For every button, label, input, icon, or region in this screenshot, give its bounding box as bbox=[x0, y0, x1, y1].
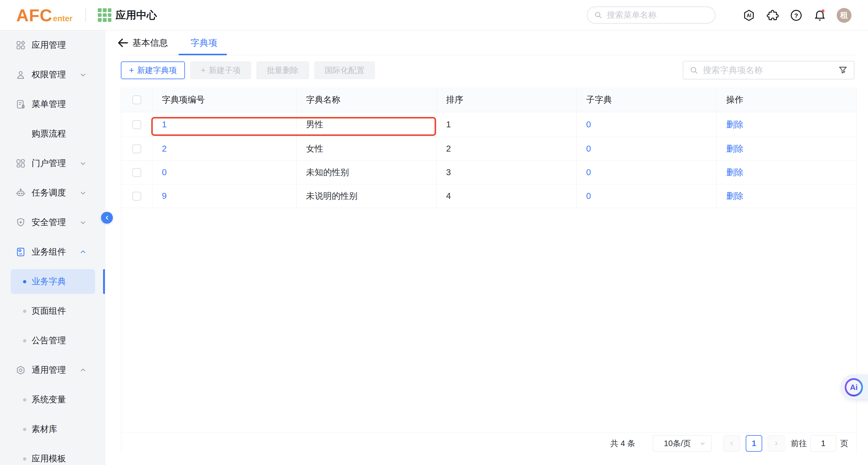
tabs-row: 基本信息 字典项 bbox=[105, 31, 868, 55]
dictionary-name: 未知的性别 bbox=[297, 161, 437, 184]
top-icon-group: AI ? 租 bbox=[742, 0, 851, 30]
active-item-indicator-bar bbox=[103, 269, 105, 294]
brand-logo[interactable]: AFC enter bbox=[16, 5, 72, 25]
active-tab-underline bbox=[179, 54, 227, 55]
sidebar-item-business-dictionary[interactable]: 业务字典 bbox=[0, 267, 105, 296]
sidebar-item-page-components[interactable]: 页面组件 bbox=[0, 296, 105, 326]
goto-page-input[interactable] bbox=[810, 435, 836, 452]
search-icon bbox=[594, 11, 603, 20]
user-icon bbox=[16, 69, 26, 80]
table-row: 9 未说明的性别 4 0 删除 bbox=[121, 184, 857, 208]
row-checkbox[interactable] bbox=[132, 192, 141, 200]
shield-plus-icon bbox=[16, 217, 26, 228]
back-arrow-icon[interactable] bbox=[116, 36, 130, 50]
user-avatar[interactable]: 租 bbox=[837, 8, 851, 23]
notifications-bell-icon[interactable] bbox=[813, 8, 827, 22]
tab-basic-info[interactable]: 基本信息 bbox=[132, 31, 168, 55]
menu-search-input[interactable] bbox=[607, 10, 704, 20]
next-page-button[interactable] bbox=[768, 435, 784, 452]
svg-text:AI: AI bbox=[747, 13, 751, 18]
page-number-button[interactable]: 1 bbox=[746, 435, 762, 452]
bullet-dot-icon bbox=[23, 398, 26, 401]
app-title: 应用中心 bbox=[116, 8, 157, 22]
row-checkbox[interactable] bbox=[132, 145, 141, 153]
select-all-checkbox[interactable] bbox=[132, 95, 141, 104]
i18n-config-button[interactable]: 国际化配置 bbox=[314, 61, 375, 79]
sidebar-item-asset-library[interactable]: 素材库 bbox=[0, 414, 105, 444]
new-dictionary-item-button[interactable]: + 新建字典项 bbox=[121, 61, 185, 79]
table-toolbar: + 新建字典项 + 新建子项 批量删除 国际化配置 bbox=[121, 61, 375, 79]
sidebar-item-announcement-management[interactable]: 公告管理 bbox=[0, 326, 105, 355]
chevron-down-icon bbox=[79, 159, 87, 167]
sidebar-item-security-management[interactable]: 安全管理 bbox=[0, 208, 105, 237]
prev-page-button[interactable] bbox=[723, 435, 740, 452]
page-unit-label: 页 bbox=[840, 438, 848, 449]
batch-delete-button[interactable]: 批量删除 bbox=[256, 61, 309, 79]
sidebar-item-app-templates[interactable]: 应用模板 bbox=[0, 444, 105, 465]
sub-dictionary-link[interactable]: 0 bbox=[586, 120, 591, 129]
row-checkbox[interactable] bbox=[132, 168, 141, 177]
menu-search-box[interactable] bbox=[587, 6, 716, 24]
sub-dictionary-link[interactable]: 0 bbox=[586, 144, 591, 154]
sidebar-item-portal-management[interactable]: 门户管理 bbox=[0, 149, 105, 178]
robot-icon bbox=[16, 188, 26, 198]
chevron-down-icon bbox=[79, 189, 87, 197]
page-size-select[interactable]: 10条/页 bbox=[653, 435, 712, 452]
sidebar-item-menu-management[interactable]: 菜单管理 bbox=[0, 90, 105, 119]
ai-assistant-button[interactable]: Ai bbox=[841, 375, 868, 400]
dictionary-code-link[interactable]: 2 bbox=[162, 144, 167, 154]
sidebar-item-system-variables[interactable]: 系统变量 bbox=[0, 385, 105, 414]
sub-dictionary-link[interactable]: 0 bbox=[586, 167, 591, 177]
sub-dictionary-link[interactable]: 0 bbox=[586, 191, 591, 201]
sidebar-item-app-management[interactable]: 应用管理 bbox=[0, 30, 105, 60]
dictionary-search-box[interactable] bbox=[683, 61, 855, 80]
table-row: 2 女性 2 0 删除 bbox=[121, 137, 857, 161]
dictionary-code-link[interactable]: 9 bbox=[162, 191, 167, 201]
apps-grid-icon bbox=[16, 40, 26, 51]
delete-link[interactable]: 删除 bbox=[726, 166, 743, 179]
column-header-code: 字典项编号 bbox=[152, 88, 297, 112]
document-icon bbox=[16, 99, 26, 110]
tabs-divider bbox=[121, 55, 857, 55]
app-grid-icon bbox=[98, 8, 112, 22]
dictionary-order: 2 bbox=[437, 137, 577, 160]
sidebar-item-general-management[interactable]: 通用管理 bbox=[0, 355, 105, 385]
brand-divider bbox=[85, 8, 86, 22]
delete-link[interactable]: 删除 bbox=[726, 119, 743, 131]
dictionary-order: 4 bbox=[437, 184, 577, 208]
tab-dictionary-items[interactable]: 字典项 bbox=[191, 31, 217, 55]
row-checkbox[interactable] bbox=[132, 120, 141, 129]
sidebar-item-task-scheduling[interactable]: 任务调度 bbox=[0, 178, 105, 208]
component-card-icon bbox=[16, 247, 26, 257]
search-icon bbox=[689, 66, 699, 75]
chevron-up-icon bbox=[79, 248, 87, 256]
dictionary-table-panel: 字典项编号 字典名称 排序 子字典 操作 1 男性 1 0 删除 2 女性 2 … bbox=[121, 88, 857, 454]
dictionary-name: 女性 bbox=[297, 137, 437, 160]
delete-link[interactable]: 删除 bbox=[726, 143, 743, 155]
table-row: 0 未知的性别 3 0 删除 bbox=[121, 161, 857, 184]
new-sub-item-button[interactable]: + 新建子项 bbox=[190, 61, 251, 79]
dictionary-code-link[interactable]: 0 bbox=[162, 167, 167, 177]
filter-funnel-icon[interactable] bbox=[838, 65, 848, 75]
sidebar-item-permission-management[interactable]: 权限管理 bbox=[0, 60, 105, 90]
sidebar-collapse-button[interactable] bbox=[101, 212, 113, 224]
table-row: 1 男性 1 0 删除 bbox=[121, 112, 857, 137]
goto-page-label: 前往 bbox=[791, 438, 807, 449]
dictionary-code-link[interactable]: 1 bbox=[162, 120, 167, 129]
chevron-right-icon bbox=[773, 440, 780, 447]
chevron-left-icon bbox=[103, 214, 111, 222]
column-header-order: 排序 bbox=[437, 88, 577, 112]
sidebar-item-business-components[interactable]: 业务组件 bbox=[0, 237, 105, 267]
ai-gradient-ring-icon: Ai bbox=[845, 378, 863, 397]
delete-link[interactable]: 删除 bbox=[726, 190, 743, 202]
bullet-dot-icon bbox=[23, 310, 26, 313]
bullet-dot-icon bbox=[23, 339, 26, 342]
main-content: 基本信息 字典项 + 新建字典项 + 新建子项 批量删除 国际化配置 字典项编号… bbox=[105, 31, 868, 465]
plugins-puzzle-icon[interactable] bbox=[766, 8, 779, 22]
dictionary-search-input[interactable] bbox=[703, 65, 838, 75]
ai-assistant-icon[interactable]: AI bbox=[742, 8, 756, 22]
brand-logo-primary: AFC bbox=[16, 5, 52, 25]
app-header: 应用中心 bbox=[98, 8, 157, 22]
sidebar-item-ticket-flow[interactable]: 购票流程 bbox=[0, 119, 105, 149]
help-icon[interactable]: ? bbox=[789, 8, 803, 22]
